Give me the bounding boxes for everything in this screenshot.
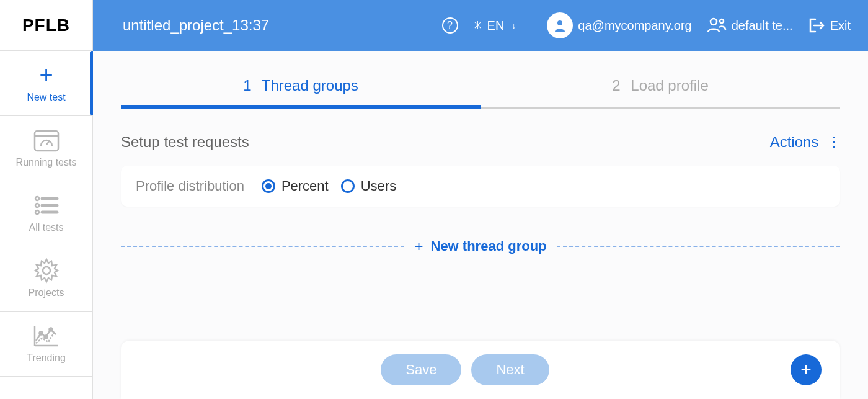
help-icon: ? [442,17,458,34]
chart-icon [32,323,61,349]
sidebar-item-label: Trending [27,352,66,364]
svg-point-5 [35,204,39,207]
content: 1 Thread groups 2 Load profile Setup tes… [93,51,868,399]
svg-point-17 [720,19,724,23]
sidebar: PFLB + New test Running tests [0,0,93,399]
save-button[interactable]: Save [381,354,461,385]
sidebar-item-label: Running tests [16,157,77,168]
new-thread-group-button[interactable]: + New thread group [414,238,546,255]
project-title: untitled_project_13:37 [123,17,269,34]
logo-box: PFLB [0,0,92,51]
exit-icon [808,17,825,34]
plus-icon: + [800,359,812,380]
language-selector[interactable]: ✳ EN ↓ [473,19,516,33]
radio-icon [262,179,275,193]
sidebar-item-trending[interactable]: Trending [0,312,92,377]
team-selector[interactable]: default te... [707,16,793,35]
sidebar-item-label: New test [27,92,65,103]
avatar-icon [547,12,573,38]
svg-point-3 [35,197,39,200]
language-label: EN [487,19,505,33]
profile-distribution-card: Profile distribution Percent Users [121,166,840,207]
profile-distribution-label: Profile distribution [136,178,244,194]
tab-load-profile[interactable]: 2 Load profile [480,77,840,109]
svg-point-9 [43,267,50,274]
flag-icon: ✳ [473,19,482,32]
team-icon [707,16,727,35]
section-header: Setup test requests Actions ⋮ [121,133,840,151]
divider [557,246,840,247]
tab-label: Load profile [631,77,708,94]
plus-icon: + [32,62,61,88]
fab-add-button[interactable]: + [790,354,822,385]
sidebar-item-label: All tests [29,222,63,233]
actions-menu[interactable]: Actions ⋮ [770,133,840,151]
divider [121,246,404,247]
sidebar-item-all-tests[interactable]: All tests [0,181,92,246]
dots-icon: ⋮ [826,133,840,150]
sidebar-item-new-test[interactable]: + New test [0,51,92,116]
section-title: Setup test requests [121,133,249,151]
radio-label: Users [361,178,396,194]
gauge-icon [32,127,61,153]
radio-users[interactable]: Users [341,178,396,194]
radio-icon [341,179,355,193]
footer-bar: Save Next + [121,341,840,399]
exit-label: Exit [830,19,851,33]
radio-label: Percent [281,178,329,194]
chevron-down-icon: ↓ [512,20,516,30]
tabs: 1 Thread groups 2 Load profile [121,77,840,109]
svg-point-7 [35,210,39,214]
help-button[interactable]: ? [442,17,458,34]
radio-percent[interactable]: Percent [262,178,329,194]
header: untitled_project_13:37 ? ✳ EN ↓ qa@mycom… [93,0,868,51]
gear-icon [32,258,61,284]
next-button[interactable]: Next [471,354,549,385]
exit-button[interactable]: Exit [808,17,851,34]
new-thread-group-label: New thread group [431,238,547,254]
tab-number: 1 [243,77,251,94]
tab-thread-groups[interactable]: 1 Thread groups [121,77,480,109]
sidebar-item-running-tests[interactable]: Running tests [0,116,92,181]
plus-icon: + [414,238,423,255]
user-menu[interactable]: qa@mycompany.org [547,12,691,38]
team-label: default te... [732,19,793,33]
user-email: qa@mycompany.org [578,19,691,33]
sidebar-item-projects[interactable]: Projects [0,246,92,312]
tab-number: 2 [612,77,620,94]
logo: PFLB [22,16,70,35]
list-icon [32,192,61,218]
new-thread-group-row: + New thread group [121,238,840,255]
svg-point-15 [557,20,562,25]
svg-point-16 [711,19,717,25]
tab-label: Thread groups [262,77,358,94]
actions-label: Actions [770,133,819,150]
svg-line-2 [46,141,50,145]
main: untitled_project_13:37 ? ✳ EN ↓ qa@mycom… [93,0,868,399]
sidebar-item-label: Projects [29,287,64,298]
